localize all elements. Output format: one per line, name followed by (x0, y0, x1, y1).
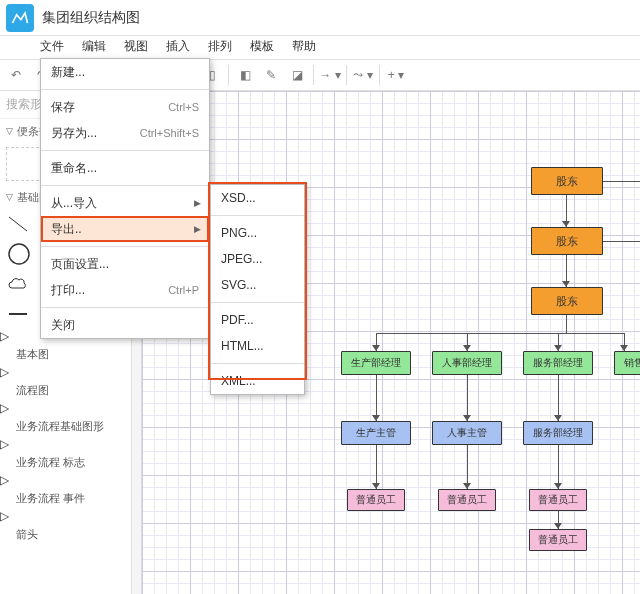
palette-basic[interactable]: 基本图 (0, 343, 131, 365)
export-submenu: XSD... PNG... JPEG... SVG... PDF... HTML… (210, 184, 305, 395)
shape-circle[interactable] (6, 241, 32, 267)
svg-line-0 (9, 217, 27, 231)
menu-item-new[interactable]: 新建... (41, 59, 209, 85)
connector-button[interactable]: → ▾ (318, 63, 342, 87)
export-xsd[interactable]: XSD... (211, 185, 304, 211)
menu-item-import[interactable]: 从...导入▶ (41, 190, 209, 216)
chevron-down-icon: ▽ (6, 126, 13, 136)
menu-item-print[interactable]: 打印...Ctrl+P (41, 277, 209, 303)
export-html[interactable]: HTML... (211, 333, 304, 359)
document-title: 集团组织结构图 (42, 9, 140, 27)
search-placeholder: 搜索形 (6, 96, 42, 113)
menu-template[interactable]: 模板 (250, 38, 274, 55)
shadow-button[interactable]: ◪ (285, 63, 309, 87)
palette-flowchart[interactable]: 流程图 (0, 379, 131, 401)
menu-insert[interactable]: 插入 (166, 38, 190, 55)
fill-button[interactable]: ◧ (233, 63, 257, 87)
title-bar: 集团组织结构图 (0, 0, 640, 36)
chevron-down-icon: ▽ (6, 192, 13, 202)
org-node[interactable]: 人事部经理 (432, 351, 502, 375)
menu-arrange[interactable]: 排列 (208, 38, 232, 55)
app-icon (6, 4, 34, 32)
menu-item-close[interactable]: 关闭 (41, 312, 209, 338)
add-button[interactable]: + ▾ (384, 63, 408, 87)
palette-arrows[interactable]: 箭头 (0, 523, 131, 545)
export-svg[interactable]: SVG... (211, 272, 304, 298)
org-node[interactable]: 服务部经理 (523, 421, 593, 445)
org-node[interactable]: 普通员工 (529, 489, 587, 511)
org-node[interactable]: 生产部经理 (341, 351, 411, 375)
org-node[interactable]: 普通员工 (438, 489, 496, 511)
org-node[interactable]: 人事主管 (432, 421, 502, 445)
stroke-button[interactable]: ✎ (259, 63, 283, 87)
export-png[interactable]: PNG... (211, 220, 304, 246)
menu-view[interactable]: 视图 (124, 38, 148, 55)
palette-bpmn-symbols[interactable]: 业务流程 标志 (0, 451, 131, 473)
menu-item-pagesetup[interactable]: 页面设置... (41, 251, 209, 277)
menu-bar: 文件 编辑 视图 插入 排列 模板 帮助 (0, 36, 640, 59)
undo-button[interactable]: ↶ (4, 63, 28, 87)
org-node[interactable]: 生产主管 (341, 421, 411, 445)
org-node[interactable]: 服务部经理 (523, 351, 593, 375)
export-jpeg[interactable]: JPEG... (211, 246, 304, 272)
menu-item-saveas[interactable]: 另存为...Ctrl+Shift+S (41, 120, 209, 146)
file-menu: 新建... 保存Ctrl+S 另存为...Ctrl+Shift+S 重命名...… (40, 58, 210, 339)
menu-file[interactable]: 文件 (40, 38, 64, 55)
shape-solid-line[interactable] (7, 304, 29, 324)
menu-help[interactable]: 帮助 (292, 38, 316, 55)
palette-bpmn-basic[interactable]: 业务流程基础图形 (0, 415, 131, 437)
shape-line[interactable] (7, 214, 29, 234)
org-node[interactable]: 股东 (531, 227, 603, 255)
org-node[interactable]: 销售 (614, 351, 640, 375)
menu-item-save[interactable]: 保存Ctrl+S (41, 94, 209, 120)
org-node[interactable]: 股东 (531, 287, 603, 315)
export-pdf[interactable]: PDF... (211, 307, 304, 333)
svg-point-4 (9, 244, 29, 264)
waypoint-button[interactable]: ⤳ ▾ (351, 63, 375, 87)
menu-item-rename[interactable]: 重命名... (41, 155, 209, 181)
shape-cloud[interactable] (7, 274, 29, 294)
menu-edit[interactable]: 编辑 (82, 38, 106, 55)
menu-item-export[interactable]: 导出..▶ (41, 216, 209, 242)
chevron-right-icon: ▶ (194, 198, 201, 208)
chevron-right-icon: ▶ (194, 224, 201, 234)
export-xml[interactable]: XML... (211, 368, 304, 394)
org-node[interactable]: 普通员工 (529, 529, 587, 551)
org-node[interactable]: 股东 (531, 167, 603, 195)
org-node[interactable]: 普通员工 (347, 489, 405, 511)
palette-bpmn-events[interactable]: 业务流程 事件 (0, 487, 131, 509)
